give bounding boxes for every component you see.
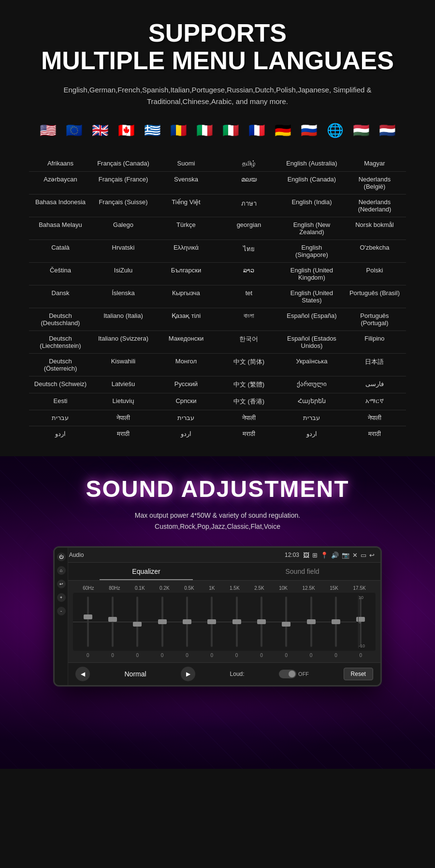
eq-slider-col[interactable]: [107, 597, 118, 647]
eq-value: 0: [355, 653, 366, 658]
language-cell: Català: [29, 240, 92, 263]
language-cell: Latviešu: [92, 376, 155, 393]
language-cell: ລາວ: [218, 263, 280, 285]
eq-handle[interactable]: [158, 619, 167, 624]
tab-equalizer[interactable]: Equalizer: [68, 563, 224, 580]
language-cell: Nederlands (België): [343, 172, 406, 195]
home-button[interactable]: ⌂: [57, 566, 66, 575]
language-cell: Polski: [343, 263, 406, 285]
eq-value: 0: [83, 653, 93, 658]
language-cell: ქართული: [280, 376, 343, 393]
language-cell: English (Canada): [280, 172, 343, 195]
language-cell: Deutsch (Liechtenstein): [29, 331, 92, 354]
eq-handle[interactable]: [133, 622, 142, 627]
eq-handle[interactable]: [307, 619, 316, 624]
app-name-label: Audio: [69, 552, 281, 558]
eq-values-row: 000000000000: [73, 651, 376, 660]
language-cell: മലയ: [218, 172, 280, 195]
eq-handle[interactable]: [207, 619, 216, 624]
language-cell: Қазақ тілі: [155, 308, 218, 331]
eq-value: 0: [157, 653, 168, 658]
eq-slider-col[interactable]: [232, 597, 242, 647]
eq-freq-label: 0.5K: [184, 585, 194, 591]
language-cell: Deutsch (Deutschland): [29, 308, 92, 331]
table-row: AfrikaansFrançais (Canada)Suomiதமிழ்Engl…: [29, 156, 406, 172]
eq-track: [112, 597, 114, 647]
eq-freq-label: 1.5K: [230, 585, 240, 591]
table-row: AzərbaycanFrançais (France)SvenskaമലയEng…: [29, 172, 406, 195]
eq-value: 0: [281, 653, 291, 658]
tab-sound-field[interactable]: Sound field: [224, 563, 380, 580]
table-row: اردوमराठीاردوमराठीاردوमराठी: [29, 426, 406, 442]
eq-handle[interactable]: [183, 619, 191, 624]
language-cell: বাংলা: [218, 308, 280, 331]
language-cell: Bahasa Melayu: [29, 217, 92, 240]
status-icons: 🖼 ⊞ 📍 🔊 📷 ✕ ▭ ↩: [303, 552, 375, 559]
flag-item: 🇳🇱: [376, 119, 398, 141]
eq-slider-col[interactable]: [306, 597, 317, 647]
flag-item: 🇨🇦: [115, 119, 137, 141]
language-cell: Filipino: [343, 331, 406, 354]
eq-slider-col[interactable]: [281, 597, 291, 647]
close-icon: ✕: [352, 552, 358, 559]
window-icon: ▭: [361, 552, 366, 559]
reset-button[interactable]: Reset: [344, 668, 373, 680]
table-row: ČeštinaIsiZuluБългарскиລາວEnglish (Unite…: [29, 263, 406, 285]
eq-freq-label: 0.1K: [135, 585, 145, 591]
eq-freq-label: 17.5K: [353, 585, 366, 591]
language-cell: Türkçe: [155, 217, 218, 240]
eq-value: 0: [107, 653, 118, 658]
language-cell: मराठी: [343, 426, 406, 442]
camera-icon: 📷: [342, 552, 349, 559]
toggle-state-label: OFF: [298, 671, 309, 677]
eq-tabs: Equalizer Sound field: [68, 563, 380, 581]
language-cell: עברית: [155, 410, 218, 426]
back-button[interactable]: ↩: [57, 580, 66, 588]
flag-item: 🇬🇷: [141, 119, 163, 141]
eq-ruler: 10 0 -10: [359, 595, 373, 648]
eq-track: [161, 597, 163, 647]
flag-item: 🇮🇹: [193, 119, 216, 141]
eq-handle[interactable]: [108, 617, 117, 622]
eq-handle[interactable]: [84, 614, 92, 619]
eq-slider-col[interactable]: [206, 597, 217, 647]
eq-value: 0: [256, 653, 267, 658]
eq-slider-col[interactable]: [331, 597, 341, 647]
eq-slider-col[interactable]: [132, 597, 143, 647]
eq-freq-label: 80Hz: [109, 585, 120, 591]
eq-value: 0: [331, 653, 341, 658]
language-cell: Български: [155, 263, 218, 285]
eq-slider-col[interactable]: [157, 597, 168, 647]
volume-down-button[interactable]: -: [57, 607, 66, 615]
language-cell: O'zbekcha: [343, 240, 406, 263]
device-time: 12:03: [285, 552, 299, 558]
language-cell: اردو: [29, 426, 92, 442]
device-mockup: ⌂ Audio 12:03 🖼 ⊞ 📍 🔊 📷 ✕ ▭ ↩ ⏻ ⌂ ↩ + -: [53, 546, 382, 687]
toggle-switch[interactable]: [279, 670, 296, 678]
volume-up-button[interactable]: +: [57, 593, 66, 602]
table-row: עבריתनेपालीעבריתनेपालीעבריתनेपाली: [29, 410, 406, 426]
prev-preset-button[interactable]: ◀: [75, 667, 90, 681]
eq-slider-col[interactable]: [83, 597, 93, 647]
language-cell: नेपाली: [343, 410, 406, 426]
language-cell: Монгол: [155, 354, 218, 376]
language-cell: አማርኛ: [343, 393, 406, 410]
eq-track: [136, 597, 138, 647]
eq-slider-col[interactable]: [182, 597, 192, 647]
eq-slider-col[interactable]: [256, 597, 267, 647]
loud-toggle[interactable]: OFF: [279, 670, 309, 678]
eq-handle[interactable]: [232, 619, 241, 624]
sound-bottom-area: [10, 687, 425, 759]
eq-handle[interactable]: [282, 622, 290, 627]
language-cell: Italiano (Italia): [92, 308, 155, 331]
flag-item: 🇬🇧: [89, 119, 111, 141]
table-row: Bahasa IndonesiaFrançais (Suisse)Tiếng V…: [29, 195, 406, 217]
language-cell: Македонски: [155, 331, 218, 354]
next-preset-button[interactable]: ▶: [181, 667, 195, 681]
eq-handle[interactable]: [257, 619, 266, 624]
eq-handle[interactable]: [332, 619, 340, 624]
language-cell: नेपाली: [218, 410, 280, 426]
eq-bottom-bar: ◀ Normal ▶ Loud: OFF Reset: [68, 662, 380, 685]
language-cell: Hrvatski: [92, 240, 155, 263]
power-button[interactable]: ⏻: [57, 553, 66, 561]
